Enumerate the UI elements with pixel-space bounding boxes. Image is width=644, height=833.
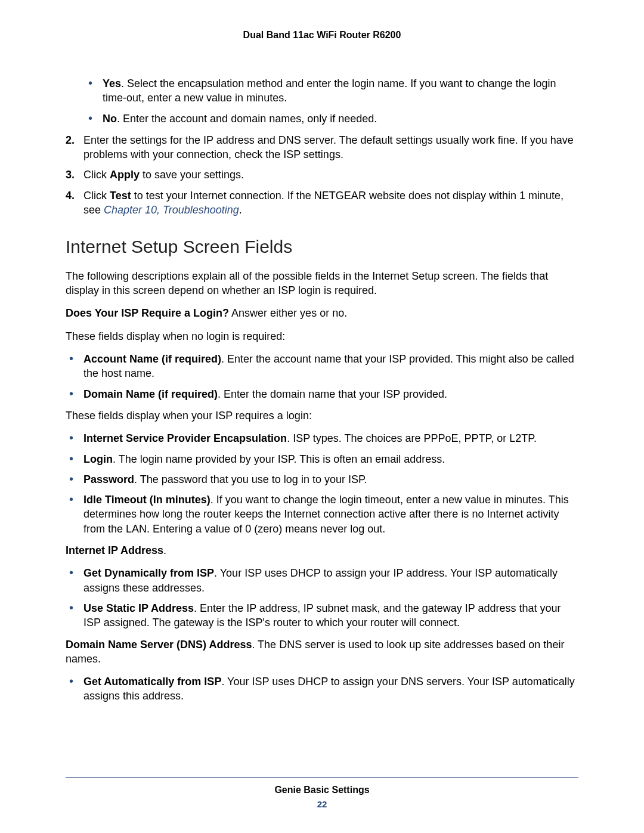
list-item: Idle Timeout (In minutes). If you want t… (66, 493, 578, 536)
login-intro: These fields display when your ISP requi… (66, 408, 578, 423)
step-mid: to save your settings. (140, 169, 244, 181)
list-item: Domain Name (if required). Enter the dom… (66, 387, 578, 401)
step-bold: Apply (110, 169, 140, 181)
bullet-lead: Password (83, 473, 134, 485)
list-item: Get Dynamically from ISP. Your ISP uses … (66, 566, 578, 595)
bullet-lead: Login (83, 453, 113, 465)
step-pre: Click (83, 190, 110, 202)
question-line: Does Your ISP Require a Login? Answer ei… (66, 306, 578, 320)
list-item: Internet Service Provider Encapsulation.… (66, 431, 578, 445)
list-item: Account Name (if required). Enter the ac… (66, 352, 578, 381)
list-item: 4. Click Test to test your Internet conn… (66, 188, 578, 218)
body-content: Yes. Select the encapsulation method and… (66, 76, 578, 704)
bullet-lead: Use Static IP Address (83, 602, 194, 614)
bullet-text: . Select the encapsulation method and en… (103, 78, 556, 104)
ip-heading-bold: Internet IP Address (66, 544, 163, 556)
list-item: Get Automatically from ISP. Your ISP use… (66, 674, 578, 704)
list-item: 2. Enter the settings for the IP address… (66, 133, 578, 162)
top-bullet-list: Yes. Select the encapsulation method and… (66, 76, 578, 126)
question-bold: Does Your ISP Require a Login? (66, 307, 229, 319)
footer-title: Genie Basic Settings (66, 785, 578, 795)
step-number: 3. (66, 168, 75, 182)
bullet-lead: Get Dynamically from ISP (83, 567, 214, 579)
login-list: Internet Service Provider Encapsulation.… (66, 431, 578, 536)
chapter-link[interactable]: Chapter 10, Troubleshooting (104, 204, 239, 216)
bullet-text: . The password that you use to log in to… (134, 473, 367, 485)
bullet-lead: No (103, 113, 117, 125)
page-footer: Genie Basic Settings 22 (66, 777, 578, 809)
step-pre: Click (83, 169, 110, 181)
bullet-lead: Account Name (if required) (83, 353, 221, 365)
question-rest: Answer either yes or no. (229, 307, 347, 319)
step-tail: . (239, 204, 242, 216)
no-login-list: Account Name (if required). Enter the ac… (66, 352, 578, 401)
footer-page-number: 22 (66, 799, 578, 809)
section-heading: Internet Setup Screen Fields (66, 235, 578, 259)
step-bold: Test (110, 190, 131, 202)
step-number: 2. (66, 133, 75, 147)
bullet-text: . Enter the account and domain names, on… (117, 113, 377, 125)
list-item: No. Enter the account and domain names, … (66, 112, 578, 126)
dns-heading: Domain Name Server (DNS) Address. The DN… (66, 637, 578, 667)
footer-divider (66, 777, 578, 778)
no-login-intro: These fields display when no login is re… (66, 329, 578, 343)
dns-heading-bold: Domain Name Server (DNS) Address (66, 639, 252, 651)
numbered-list: 2. Enter the settings for the IP address… (66, 133, 578, 217)
step-number: 4. (66, 188, 75, 203)
bullet-lead: Domain Name (if required) (83, 388, 218, 400)
list-item: Use Static IP Address. Enter the IP addr… (66, 601, 578, 630)
list-item: Yes. Select the encapsulation method and… (66, 76, 578, 106)
ip-list: Get Dynamically from ISP. Your ISP uses … (66, 566, 578, 630)
list-item: Login. The login name provided by your I… (66, 452, 578, 466)
bullet-lead: Idle Timeout (In minutes) (83, 494, 210, 506)
bullet-text: . ISP types. The choices are PPPoE, PPTP… (287, 432, 537, 444)
list-item: 3. Click Apply to save your settings. (66, 168, 578, 182)
page-header: Dual Band 11ac WiFi Router R6200 (66, 30, 578, 41)
bullet-lead: Internet Service Provider Encapsulation (83, 432, 287, 444)
bullet-text: . The login name provided by your ISP. T… (113, 453, 445, 465)
bullet-lead: Get Automatically from ISP (83, 676, 221, 688)
step-text: Enter the settings for the IP address an… (83, 134, 574, 160)
intro-paragraph: The following descriptions explain all o… (66, 269, 578, 298)
bullet-text: . Enter the domain name that your ISP pr… (218, 388, 447, 400)
dns-list: Get Automatically from ISP. Your ISP use… (66, 674, 578, 704)
list-item: Password. The password that you use to l… (66, 472, 578, 487)
ip-heading: Internet IP Address. (66, 543, 578, 558)
bullet-lead: Yes (103, 78, 121, 89)
